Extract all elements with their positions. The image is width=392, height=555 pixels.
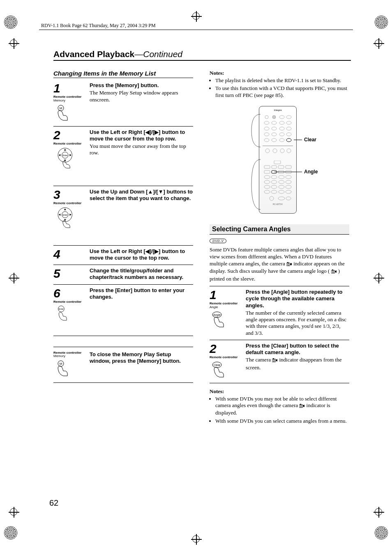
- svg-point-34: [279, 133, 284, 136]
- runner-rule: [39, 30, 353, 30]
- page-number: 62: [49, 498, 58, 508]
- svg-point-58: [264, 180, 270, 184]
- svg-point-25: [272, 121, 277, 124]
- registration-mark: [10, 508, 17, 516]
- note-item: With some DVDs you can select camera ang…: [215, 418, 349, 424]
- svg-point-33: [272, 133, 277, 136]
- step-lead: Use the Left or Right [◀]/[▶] button to …: [90, 129, 193, 143]
- svg-marker-77: [290, 263, 292, 265]
- svg-rect-47: [272, 166, 277, 168]
- svg-point-28: [264, 127, 269, 130]
- svg-text:Enter: Enter: [62, 214, 68, 216]
- registration-mark: [375, 274, 382, 281]
- registration-mark: [10, 39, 17, 47]
- remote-controller-label: Remote controller: [53, 300, 86, 304]
- svg-point-27: [286, 121, 291, 124]
- callout-line: [274, 172, 302, 172]
- note-item: The playlist is deleted when the RDV-1.1…: [215, 77, 349, 84]
- step-lead: Use the Left or Right [◀]/[▶] button to …: [90, 248, 193, 262]
- svg-marker-12: [64, 209, 66, 210]
- angle-step-1: 1 Remote controller Angle Angle Press th…: [210, 286, 349, 340]
- svg-marker-93: [303, 405, 304, 407]
- svg-point-61: [286, 180, 291, 184]
- step-number: 4: [53, 248, 86, 260]
- svg-text:RC-607DV: RC-607DV: [273, 203, 283, 205]
- step-desc: The camera indicator disappears from the…: [246, 357, 349, 371]
- spiral-decor: [4, 526, 17, 539]
- note-item: To use this function with a VCD that sup…: [215, 85, 349, 99]
- hand-press-icon: Clear: [210, 361, 228, 380]
- svg-rect-92: [300, 404, 301, 405]
- svg-point-57: [286, 175, 291, 179]
- spiral-decor: [375, 16, 388, 29]
- svg-point-69: [286, 190, 291, 193]
- remote-button-label: Memory: [53, 99, 86, 103]
- svg-point-91: [300, 405, 302, 407]
- svg-marker-89: [276, 359, 277, 362]
- svg-marker-8: [69, 154, 71, 156]
- svg-point-65: [286, 185, 291, 189]
- step-3: 3 Remote controller Enter Use the Up and…: [53, 186, 193, 246]
- step-desc: You must move the cursor away from the t…: [90, 143, 193, 157]
- svg-point-26: [279, 121, 284, 124]
- step-number: 3: [53, 189, 86, 201]
- step-4: 4 Use the Left or Right [◀]/[▶] button t…: [53, 246, 193, 265]
- svg-text:Enter: Enter: [62, 154, 68, 157]
- remote-controller-label: Remote controller: [53, 142, 86, 146]
- svg-marker-15: [69, 214, 71, 216]
- svg-rect-50: [264, 170, 270, 173]
- svg-text:M: M: [60, 106, 62, 110]
- page-runner: RDV-1.1 Book Page 62 Thursday, May 27, 2…: [41, 23, 156, 29]
- callout-line: [294, 140, 302, 140]
- svg-point-72: [286, 197, 291, 200]
- step-number: 1: [210, 289, 242, 301]
- svg-point-41: [265, 149, 270, 153]
- svg-point-30: [279, 127, 284, 130]
- svg-text:M: M: [60, 362, 62, 366]
- svg-point-55: [271, 175, 277, 179]
- svg-rect-48: [278, 166, 284, 168]
- svg-text:Angle: Angle: [213, 313, 221, 317]
- title-main: Advanced Playback: [53, 49, 134, 59]
- svg-point-56: [279, 175, 284, 179]
- note-item: With some DVDs you may not be able to se…: [215, 396, 349, 417]
- spiral-decor: [4, 16, 17, 29]
- camera-icon: [286, 261, 292, 268]
- dpad-icon: Enter: [53, 147, 86, 173]
- svg-text:Enter: Enter: [59, 309, 64, 311]
- step-number: 2: [53, 129, 86, 141]
- camera-icon: [331, 269, 337, 276]
- svg-point-68: [279, 190, 284, 193]
- notes-list: With some DVDs you may not be able to se…: [215, 396, 349, 424]
- step-lead: Use the Up and Down [▲]/[▼] buttons to s…: [90, 189, 193, 202]
- step-number: 1: [53, 82, 86, 94]
- hand-press-icon: M: [53, 104, 72, 123]
- notes-heading: Notes:: [210, 70, 349, 76]
- svg-rect-80: [332, 269, 333, 270]
- svg-rect-45: [274, 161, 281, 164]
- subhead-changing-items: Changing Items in the Memory List: [53, 70, 193, 78]
- svg-point-64: [279, 185, 284, 189]
- step-lead: Press the [Angle] button repeatedly to c…: [246, 289, 349, 309]
- svg-point-59: [271, 180, 277, 184]
- svg-point-22: [279, 115, 284, 119]
- svg-point-36: [264, 138, 269, 142]
- svg-point-79: [332, 271, 334, 273]
- svg-point-75: [287, 263, 289, 265]
- hand-press-icon: M: [53, 359, 72, 378]
- svg-point-71: [278, 197, 285, 200]
- notes-heading: Notes:: [210, 388, 349, 395]
- hand-press-icon: Enter: [53, 305, 72, 324]
- svg-point-20: [265, 115, 268, 119]
- svg-point-43: [280, 149, 284, 153]
- step-desc: The number of the currently selected cam…: [246, 310, 349, 336]
- svg-text:Clear: Clear: [214, 364, 221, 366]
- svg-point-54: [264, 175, 270, 179]
- dpad-icon: Enter: [53, 206, 86, 233]
- svg-point-35: [286, 133, 291, 136]
- svg-point-42: [273, 149, 277, 153]
- registration-mark: [10, 274, 17, 281]
- remote-control-figure: Integra: [210, 106, 349, 217]
- step-2: 2 Remote controller Enter Use the Left o…: [53, 127, 193, 186]
- registration-mark: [375, 508, 382, 516]
